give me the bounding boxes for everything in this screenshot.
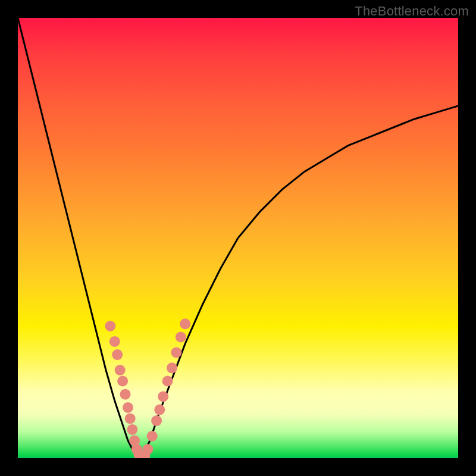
gradient-background <box>18 18 458 458</box>
plot-area <box>18 18 458 458</box>
watermark-text: TheBottleneck.com <box>355 4 469 19</box>
chart-frame: TheBottleneck.com <box>0 0 476 476</box>
